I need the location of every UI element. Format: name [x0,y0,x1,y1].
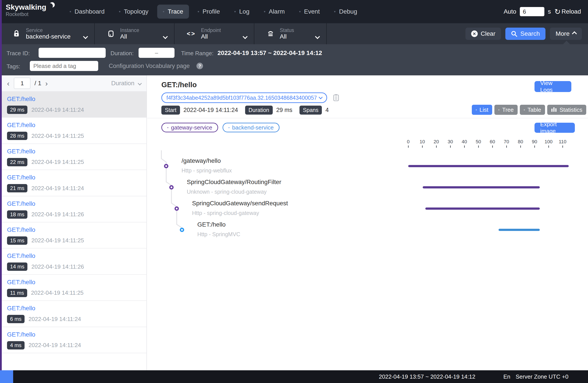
nav-item-profile[interactable]: Profile [192,5,226,19]
tab-table[interactable]: Table [520,105,545,115]
trace-item-title[interactable]: GET:/hello [7,279,141,286]
prev-page-button[interactable]: ‹ [7,80,9,87]
tab-statistics[interactable]: Statistics [547,105,586,115]
axis-tick-mark [492,145,493,148]
duration-input[interactable] [139,48,174,58]
reload-button[interactable]: ↻ Reload [554,8,581,15]
trace-id-label: Trace ID: [7,50,30,57]
span-duration-bar[interactable] [425,207,540,210]
export-image-button[interactable]: Export image [534,123,575,133]
span-duration-bar[interactable] [423,186,540,188]
span-title[interactable]: /gateway/hello [182,157,221,164]
span-duration-bar[interactable] [408,165,569,167]
nav-item-label: Alarm [269,8,285,15]
brand-logo[interactable]: Skywalking Rocketbot [6,3,53,17]
tags-input[interactable] [30,61,98,71]
start-value: 2022-04-19 14:11:24 [184,107,238,114]
nav-item-dot [299,11,301,12]
trace-item-title[interactable]: GET:/hello [7,226,141,233]
trace-duration-badge: 6 ms [7,315,24,323]
nav-item-dashboard[interactable]: Dashboard [64,5,110,19]
trace-item-meta: 18 ms2022-04-19 14:11:26 [7,210,141,219]
footer-collapse-button[interactable] [0,370,13,383]
trace-item-meta: 29 ms2022-04-19 14:11:24 [7,106,141,114]
nav-item-log[interactable]: Log [229,5,255,19]
axis-tick-mark [548,145,549,148]
trace-list-item[interactable]: GET:/hello4 ms2022-04-19 14:11:24 [2,327,147,353]
span-layer-label: Unknown - spring-cloud-gateway [187,189,267,195]
span-node-icon[interactable] [164,164,168,168]
time-range-value[interactable]: 2022-04-19 13:57 ~ 2022-04-19 14:12 [217,50,322,57]
span-node-icon[interactable] [174,206,179,211]
trace-id-input[interactable] [39,48,106,58]
trace-list-item[interactable]: GET:/hello15 ms2022-04-19 14:11:25 [2,222,147,248]
endpoint-icon: <> [187,30,196,37]
trace-item-title[interactable]: GET:/hello [7,200,141,207]
more-button[interactable]: More [550,28,582,40]
nav-item-dot [70,11,71,12]
trace-item-title[interactable]: GET:/hello [7,96,141,102]
language-switcher[interactable]: En [503,373,510,380]
nav-item-event[interactable]: Event [294,5,326,19]
axis-tick-label: 60 [490,139,495,145]
sort-dropdown[interactable]: Duration [111,80,141,87]
clear-button[interactable]: × Clear [465,28,501,40]
trace-list-item[interactable]: GET:/hello6 ms2022-04-19 14:11:24 [2,301,147,327]
more-label: More [556,30,569,37]
trace-timestamp: 2022-04-19 14:11:26 [31,211,84,218]
copy-icon[interactable] [333,94,339,103]
instance-selector[interactable]: Instance All [95,23,174,44]
trace-list-item[interactable]: GET:/hello14 ms2022-04-19 14:11:26 [2,248,147,275]
nav-item-alarm[interactable]: Alarm [258,5,291,19]
service-tag-backend-service[interactable]: backend-service [223,123,279,132]
trace-item-title[interactable]: GET:/hello [7,331,141,338]
chevron-down-icon [83,34,88,39]
help-icon[interactable]: ? [196,63,203,69]
page-input[interactable] [14,78,30,89]
endpoint-selector[interactable]: <> Endpoint All [174,23,254,44]
trace-list-item[interactable]: GET:/hello22 ms2022-04-19 14:11:25 [2,144,147,170]
trace-item-title[interactable]: GET:/hello [7,305,141,312]
trace-list-item[interactable]: GET:/hello11 ms2022-04-19 14:11:25 [2,275,147,301]
axis-tick-mark [520,145,521,148]
vocabulary-link[interactable]: Configuration Vocabulary page [109,63,190,69]
search-button[interactable]: Search [505,28,546,40]
span-node-icon[interactable] [180,228,184,232]
view-logs-button[interactable]: View Logs [534,81,571,92]
service-tag-gateway-service[interactable]: gateway-service [161,123,218,132]
next-page-button[interactable]: › [45,80,48,87]
span-node-icon[interactable] [169,185,174,190]
trace-duration-badge: 29 ms [7,106,27,114]
trace-list-item[interactable]: GET:/hello18 ms2022-04-19 14:11:26 [2,196,147,222]
trace-item-meta: 4 ms2022-04-19 14:11:24 [7,341,141,349]
trace-list-item[interactable]: GET:/hello29 ms2022-04-19 14:11:24 [2,92,147,118]
span-title[interactable]: SpringCloudGateway/sendRequest [192,200,288,207]
trace-item-meta: 14 ms2022-04-19 14:11:26 [7,262,141,271]
status-selector[interactable]: Status All [254,23,327,44]
chevron-down-icon [138,81,142,85]
span-title[interactable]: GET:/hello [197,221,226,228]
nav-item-trace[interactable]: Trace [157,5,189,19]
nav-item-debug[interactable]: Debug [328,5,363,19]
span-title[interactable]: SpringCloudGateway/RoutingFilter [187,179,281,186]
span-duration-bar[interactable] [499,229,540,231]
trace-item-title[interactable]: GET:/hello [7,174,141,181]
tab-tree[interactable]: Tree [494,105,518,115]
tab-list[interactable]: List [472,105,492,115]
trace-detail-panel: GET:/hello View Logs f4f3f3c34abe4252a89… [147,75,588,370]
span-layer-label: Http - spring-cloud-gateway [192,210,259,216]
trace-id-select[interactable]: f4f3f3c34abe4252a89d5bf103f776aa.32.1650… [161,92,327,103]
pill-label: gateway-service [171,124,212,131]
trace-item-title[interactable]: GET:/hello [7,148,141,155]
trace-item-title[interactable]: GET:/hello [7,252,141,260]
trace-list-item[interactable]: GET:/hello28 ms2022-04-19 14:11:25 [2,118,147,144]
time-range-label: Time Range: [181,50,213,57]
trace-item-title[interactable]: GET:/hello [7,121,141,129]
trace-list-item[interactable]: GET:/hello21 ms2022-04-19 14:11:24 [2,170,147,196]
view-mode-tabs: ListTreeTableStatistics [472,105,586,115]
axis-tick-label: 80 [518,139,523,145]
service-selector[interactable]: Service backend-service [0,23,95,44]
server-zone[interactable]: Server Zone UTC +0 [516,373,568,380]
nav-item-topology[interactable]: Topology [113,5,154,19]
auto-interval-input[interactable] [520,7,544,16]
